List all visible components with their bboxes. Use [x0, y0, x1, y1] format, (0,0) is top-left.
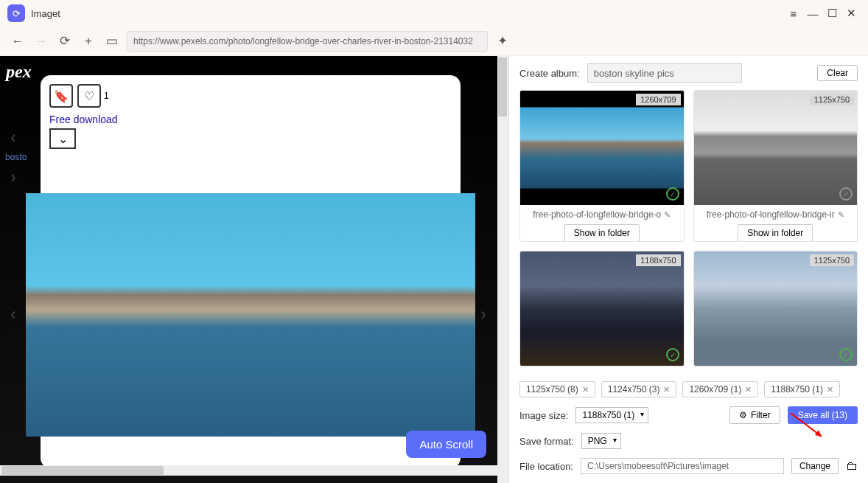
arrow-left-icon[interactable]: ‹ [10, 127, 16, 147]
minimize-button[interactable]: — [803, 4, 822, 23]
size-chip[interactable]: 1125x750 (8)✕ [519, 381, 595, 397]
auto-scroll-button[interactable]: Auto Scroll [406, 431, 486, 458]
bookmark-button[interactable]: 🔖 [49, 84, 73, 108]
size-chip[interactable]: 1260x709 (1)✕ [682, 381, 758, 397]
vertical-scrollbar[interactable] [497, 56, 508, 483]
thumbnail: 1125x750 ✓ [694, 91, 858, 205]
album-name-input[interactable] [587, 63, 742, 83]
thumbnail: 1188x750 ✓ [520, 251, 684, 366]
chip-remove-icon[interactable]: ✕ [827, 385, 833, 395]
save-format-select[interactable]: PNG [581, 433, 621, 449]
chip-remove-icon[interactable]: ✕ [663, 385, 670, 395]
menu-icon[interactable]: ≡ [784, 4, 803, 23]
size-badge: 1125x750 [810, 94, 854, 105]
create-album-label: Create album: [519, 68, 580, 79]
gallery: 1260x709 ✓ free-photo-of-longfellow-brid… [509, 90, 868, 374]
back-button[interactable]: ← [9, 32, 27, 50]
image-card[interactable]: 1260x709 ✓ free-photo-of-longfellow-brid… [519, 90, 685, 242]
edit-icon[interactable]: ✎ [838, 210, 844, 220]
image-card[interactable]: 1125x750 ✓ [693, 251, 858, 366]
image-card[interactable]: 1125x750 ✓ free-photo-of-longfellow-brid… [693, 90, 858, 242]
toolbar: ← → ⟳ + ▭ https://www.pexels.com/photo/l… [0, 27, 868, 56]
file-location-label: File location: [519, 461, 573, 472]
pexels-logo: pex [6, 62, 32, 82]
like-button[interactable]: ♡ [77, 84, 101, 108]
save-format-label: Save format: [519, 436, 574, 447]
arrow-right-icon[interactable]: › [10, 167, 16, 187]
change-button[interactable]: Change [791, 458, 839, 474]
photo-card: 🔖 ♡ 1 Free download ⌄ [41, 75, 461, 468]
wand-icon[interactable]: ✦ [494, 32, 511, 50]
card-name: free-photo-of-longfellow-bridge-o [533, 209, 661, 220]
card-name: free-photo-of-longfellow-bridge-ir [707, 209, 835, 220]
maximize-button[interactable]: ☐ [822, 4, 841, 23]
filter-button[interactable]: ⚙Filter [729, 406, 780, 424]
show-in-folder-button[interactable]: Show in folder [738, 224, 813, 242]
browser-pane: pex ‹ bosto › ‹ › 🔖 ♡ 1 Free download ⌄ … [0, 56, 508, 483]
show-in-folder-button[interactable]: Show in folder [564, 224, 640, 242]
save-all-button[interactable]: Save all (13) [788, 406, 858, 424]
horizontal-scrollbar[interactable] [0, 465, 508, 476]
check-icon: ✓ [666, 348, 679, 361]
image-size-select[interactable]: 1188x750 (1) [575, 407, 648, 423]
download-options-button[interactable]: ⌄ [49, 128, 76, 149]
side-panel: Create album: Clear 1260x709 ✓ free-phot… [508, 56, 868, 483]
content: pex ‹ bosto › ‹ › 🔖 ♡ 1 Free download ⌄ … [0, 56, 868, 483]
size-chips: 1125x750 (8)✕ 1124x750 (3)✕ 1260x709 (1)… [509, 374, 868, 402]
chip-remove-icon[interactable]: ✕ [745, 385, 752, 395]
carousel-prev[interactable]: ‹ [10, 304, 16, 324]
filter-icon: ⚙ [739, 410, 747, 420]
window-controls: ≡ — ☐ ✕ [784, 4, 861, 23]
carousel-next[interactable]: › [480, 304, 486, 324]
size-badge: 1188x750 [636, 254, 680, 266]
image-size-label: Image size: [519, 410, 568, 421]
thumbnail: 1260x709 ✓ [520, 91, 684, 205]
main-photo [26, 193, 475, 437]
folder-icon[interactable]: 🗀 [846, 459, 858, 473]
thumbnail: 1125x750 ✓ [694, 251, 858, 366]
reload-button[interactable]: ⟳ [56, 32, 74, 50]
add-tab-button[interactable]: + [80, 32, 97, 50]
app-logo-icon: ⟳ [7, 4, 25, 22]
tab-icon[interactable]: ▭ [103, 32, 121, 50]
size-badge: 1125x750 [810, 254, 854, 266]
url-input[interactable]: https://www.pexels.com/photo/longfellow-… [127, 31, 488, 52]
size-chip[interactable]: 1124x750 (3)✕ [601, 381, 677, 397]
edit-icon[interactable]: ✎ [664, 210, 671, 220]
check-icon: ✓ [839, 187, 853, 201]
check-icon: ✓ [839, 348, 853, 361]
file-location-input[interactable] [581, 458, 784, 474]
like-count: 1 [104, 91, 109, 101]
image-card[interactable]: 1188x750 ✓ [519, 251, 685, 366]
close-button[interactable]: ✕ [841, 4, 861, 23]
free-download-link[interactable]: Free download [49, 114, 452, 125]
titlebar: ⟳ Imaget ≡ — ☐ ✕ [0, 0, 868, 27]
chip-remove-icon[interactable]: ✕ [582, 385, 589, 395]
forward-button[interactable]: → [32, 32, 50, 50]
size-chip[interactable]: 1188x750 (1)✕ [764, 381, 840, 397]
app-title: Imaget [31, 8, 784, 19]
breadcrumb-text: bosto [5, 152, 27, 162]
clear-button[interactable]: Clear [817, 65, 858, 81]
check-icon: ✓ [666, 187, 679, 201]
size-badge: 1260x709 [636, 94, 680, 105]
